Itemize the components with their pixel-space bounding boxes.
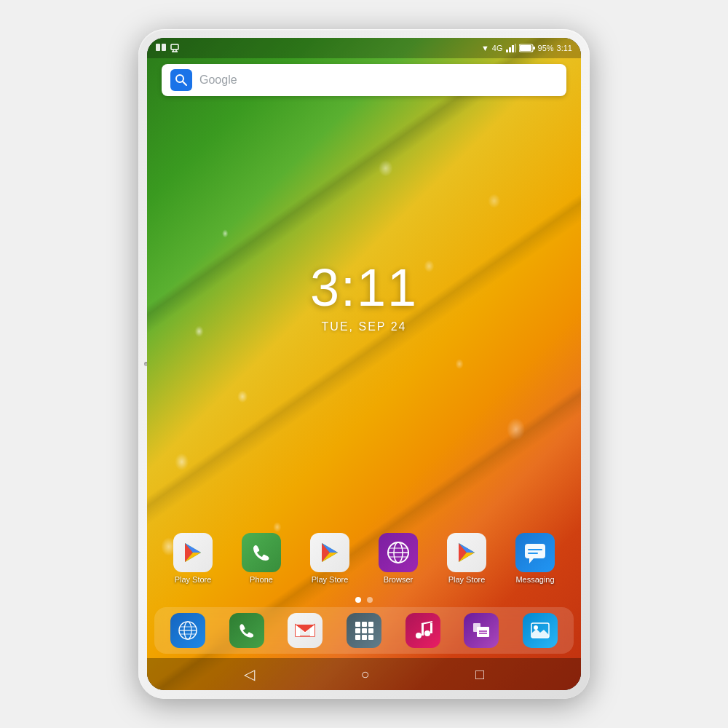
- sim-icon: [156, 44, 166, 52]
- globe-svg: [177, 620, 199, 641]
- status-bar: ▼ 4G 95% 3:11: [147, 38, 581, 58]
- music-svg: [413, 620, 433, 641]
- clock-date: TUE, SEP 24: [322, 320, 407, 333]
- svg-point-42: [424, 630, 430, 636]
- tablet-screen: ▼ 4G 95% 3:11: [147, 38, 581, 690]
- signal-bars-icon: [506, 44, 516, 52]
- apps-svg: [354, 620, 374, 641]
- svg-rect-36: [362, 628, 367, 633]
- svg-rect-6: [506, 50, 508, 52]
- app-label-playstore-1: Play Store: [175, 575, 212, 584]
- page-dots: [147, 597, 581, 603]
- svg-rect-2: [171, 44, 178, 50]
- svg-rect-39: [362, 635, 367, 640]
- svg-rect-21: [525, 544, 545, 558]
- svg-point-41: [416, 633, 422, 638]
- notification-icon: [170, 44, 179, 52]
- home-button[interactable]: ○: [360, 666, 369, 683]
- clock-area: 3:11 TUE, SEP 24: [147, 102, 581, 533]
- dock-apps[interactable]: [342, 613, 386, 648]
- app-grid: Play Store Phone: [147, 533, 581, 593]
- globe-dock-icon: [170, 613, 205, 648]
- back-button[interactable]: ◁: [244, 665, 255, 683]
- playstore-icon-2: [310, 533, 349, 572]
- nav-bar: ◁ ○ □: [147, 658, 581, 690]
- playstore-icon-1: [173, 533, 213, 572]
- app-messaging[interactable]: Messaging: [506, 533, 564, 584]
- app-label-messaging: Messaging: [515, 575, 554, 584]
- battery-icon: [519, 44, 535, 52]
- svg-rect-23: [528, 549, 542, 550]
- phone-icon: [242, 533, 281, 572]
- tablet-device: ▼ 4G 95% 3:11: [138, 29, 590, 699]
- svg-rect-37: [368, 628, 373, 633]
- svg-point-51: [534, 625, 538, 630]
- battery-percent: 95%: [538, 44, 554, 52]
- playstore-svg-1: [180, 539, 206, 566]
- svg-rect-12: [533, 47, 535, 50]
- app-browser[interactable]: Browser: [369, 533, 427, 584]
- search-bar[interactable]: Google: [162, 64, 566, 96]
- screen-content: ▼ 4G 95% 3:11: [147, 38, 581, 690]
- svg-rect-35: [355, 628, 360, 633]
- dock-globe[interactable]: [166, 613, 210, 648]
- svg-rect-0: [156, 44, 160, 51]
- status-right: ▼ 4G 95% 3:11: [481, 44, 572, 52]
- svg-rect-32: [355, 622, 360, 627]
- search-placeholder: Google: [199, 74, 237, 87]
- phone-svg: [250, 541, 273, 564]
- recents-button[interactable]: □: [475, 666, 484, 683]
- playstore-icon-3: [447, 533, 486, 572]
- clock-time: 3:11: [310, 258, 418, 317]
- dock-row: [159, 613, 569, 648]
- files-svg: [471, 620, 491, 641]
- app-label-playstore-2: Play Store: [312, 575, 349, 584]
- app-row-1: Play Store Phone: [159, 533, 569, 584]
- gmail-icon: [288, 613, 323, 648]
- app-playstore-3[interactable]: Play Store: [438, 533, 496, 584]
- svg-rect-38: [355, 635, 360, 640]
- dock-phone[interactable]: [225, 613, 269, 648]
- gallery-icon: [523, 613, 558, 648]
- svg-rect-44: [430, 623, 432, 633]
- gallery-svg: [530, 620, 550, 641]
- svg-rect-34: [368, 622, 373, 627]
- google-search-icon-box: [170, 69, 192, 91]
- dot-2: [367, 597, 373, 603]
- svg-rect-9: [515, 44, 516, 52]
- dock: [154, 607, 574, 654]
- svg-rect-24: [528, 553, 538, 554]
- app-playstore-1[interactable]: Play Store: [164, 533, 222, 584]
- svg-rect-7: [509, 47, 511, 52]
- magnify-icon: [175, 74, 188, 87]
- svg-rect-33: [362, 622, 367, 627]
- svg-rect-43: [422, 624, 424, 636]
- dot-1: [355, 597, 361, 603]
- browser-icon: [379, 533, 418, 572]
- messaging-svg: [522, 539, 548, 566]
- dock-gallery[interactable]: [518, 613, 562, 648]
- apps-grid-icon: [347, 613, 381, 648]
- svg-rect-47: [477, 627, 489, 637]
- music-icon: [405, 613, 440, 648]
- app-label-phone: Phone: [250, 575, 273, 584]
- messaging-icon: [515, 533, 555, 572]
- dock-files[interactable]: [459, 613, 503, 648]
- svg-rect-11: [520, 45, 531, 51]
- svg-rect-40: [368, 635, 373, 640]
- playstore-svg-2: [317, 539, 343, 566]
- dock-music[interactable]: [401, 613, 445, 648]
- phone-dock-icon: [229, 613, 264, 648]
- app-phone[interactable]: Phone: [232, 533, 290, 584]
- signal-down-icon: ▼: [481, 44, 489, 52]
- time-display: 3:11: [557, 44, 572, 52]
- network-type: 4G: [492, 44, 503, 52]
- svg-marker-22: [529, 558, 534, 563]
- app-label-browser: Browser: [384, 575, 413, 584]
- app-playstore-2[interactable]: Play Store: [301, 533, 359, 584]
- svg-rect-8: [512, 45, 514, 52]
- playstore-svg-3: [454, 539, 480, 566]
- phone-dock-svg: [237, 620, 257, 641]
- app-label-playstore-3: Play Store: [448, 575, 486, 584]
- dock-gmail[interactable]: [283, 613, 327, 648]
